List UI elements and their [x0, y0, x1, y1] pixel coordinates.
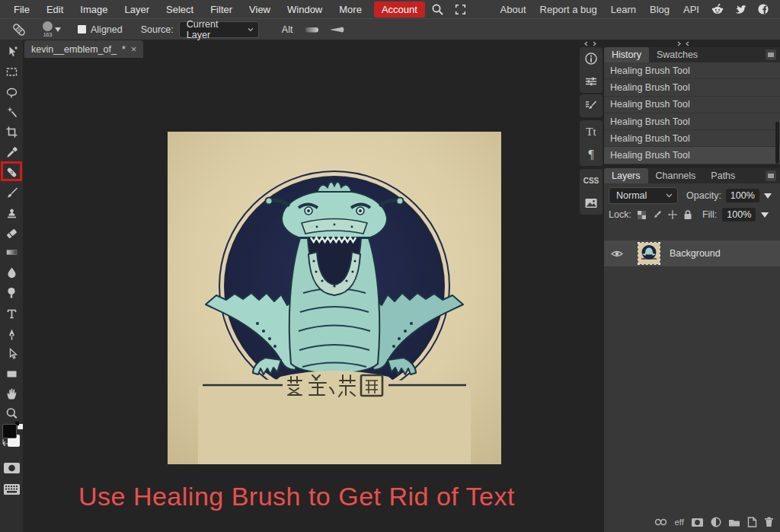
- facebook-icon[interactable]: [753, 3, 774, 15]
- quick-mask-button[interactable]: [1, 458, 22, 478]
- rectangle-select-tool[interactable]: [1, 62, 22, 81]
- dodge-tool[interactable]: [1, 282, 22, 302]
- tab-swatches[interactable]: Swatches: [649, 47, 705, 62]
- brush-tool[interactable]: [1, 183, 22, 202]
- menu-select[interactable]: Select: [158, 2, 201, 17]
- path-select-tool[interactable]: [1, 344, 22, 364]
- menu-window[interactable]: Window: [280, 2, 330, 17]
- tab-paths[interactable]: Paths: [703, 168, 743, 183]
- rectangle-shape-tool[interactable]: [1, 364, 22, 384]
- eraser-tool[interactable]: [1, 222, 22, 242]
- fill-slider-arrow[interactable]: [761, 212, 769, 218]
- chevron-down-icon: [666, 193, 673, 198]
- menu-view[interactable]: View: [241, 2, 278, 17]
- close-icon[interactable]: ×: [131, 43, 137, 55]
- panel-collapse-icon[interactable]: [676, 41, 690, 46]
- eyedropper-tool[interactable]: [1, 142, 22, 162]
- layer-effects-button[interactable]: eff: [674, 518, 684, 527]
- link-blog[interactable]: Blog: [644, 2, 676, 17]
- properties-panel-icon[interactable]: [580, 70, 603, 93]
- foreground-color-swatch[interactable]: [2, 424, 17, 438]
- menu-layer[interactable]: Layer: [117, 2, 158, 17]
- type-tool[interactable]: [1, 304, 22, 323]
- new-group-icon[interactable]: [728, 518, 740, 527]
- paragraph-panel-icon[interactable]: ¶: [580, 143, 603, 166]
- brush-size-preview[interactable]: 163: [43, 21, 53, 37]
- pen-tool[interactable]: [1, 324, 22, 344]
- lasso-tool[interactable]: [1, 82, 22, 102]
- strip-group-misc: CSS: [580, 169, 603, 215]
- clone-stamp-tool[interactable]: [1, 202, 22, 222]
- strip-collapse-icon[interactable]: [583, 41, 597, 46]
- delete-layer-icon[interactable]: [764, 517, 774, 527]
- lock-pixels-icon[interactable]: [652, 210, 662, 220]
- history-entry[interactable]: Healing Brush Tool: [604, 113, 780, 130]
- lock-position-icon[interactable]: [667, 209, 678, 220]
- tab-channels[interactable]: Channels: [648, 168, 704, 183]
- menu-edit[interactable]: Edit: [39, 2, 71, 17]
- history-menu-button[interactable]: [766, 49, 776, 60]
- account-button[interactable]: Account: [374, 2, 425, 18]
- layer-visibility-eye-icon[interactable]: [611, 250, 623, 258]
- aligned-label: Aligned: [91, 24, 123, 35]
- hand-tool[interactable]: [1, 384, 22, 403]
- menu-more[interactable]: More: [331, 2, 369, 17]
- aligned-checkbox[interactable]: [78, 25, 86, 33]
- canvas-document[interactable]: [168, 132, 501, 464]
- history-entry[interactable]: Healing Brush Tool: [604, 79, 780, 96]
- brush-pressure-size-toggle[interactable]: [300, 25, 324, 34]
- new-layer-icon[interactable]: [747, 517, 757, 527]
- twitter-icon[interactable]: [730, 3, 751, 15]
- gradient-tool[interactable]: [1, 242, 22, 262]
- menu-image[interactable]: Image: [72, 2, 115, 17]
- history-entry-current[interactable]: Healing Brush Tool: [604, 147, 780, 164]
- source-select[interactable]: Current Layer: [179, 21, 259, 38]
- history-entry[interactable]: Healing Brush Tool: [604, 62, 780, 79]
- link-about[interactable]: About: [494, 2, 532, 17]
- zoom-tool[interactable]: [1, 403, 22, 423]
- crop-tool[interactable]: [1, 122, 22, 142]
- layer-row-background[interactable]: Background: [604, 241, 780, 266]
- brush-settings-panel-icon[interactable]: [580, 94, 603, 117]
- link-learn[interactable]: Learn: [605, 2, 642, 17]
- add-mask-icon[interactable]: [691, 518, 704, 527]
- opacity-slider-arrow[interactable]: [764, 193, 772, 199]
- document-tab[interactable]: kevin__emblem_of_ * ×: [24, 40, 143, 58]
- history-entry[interactable]: Healing Brush Tool: [604, 97, 780, 113]
- swap-colors-icon[interactable]: [2, 438, 8, 447]
- link-report-a-bug[interactable]: Report a bug: [534, 2, 603, 17]
- opacity-value[interactable]: 100%: [726, 189, 759, 202]
- menu-filter[interactable]: Filter: [203, 2, 240, 17]
- document-modified-indicator: *: [122, 44, 126, 55]
- css-panel-icon[interactable]: CSS: [580, 169, 603, 192]
- link-api[interactable]: API: [677, 2, 705, 17]
- layers-menu-button[interactable]: [766, 170, 776, 181]
- history-scrollbar[interactable]: [775, 122, 779, 164]
- reddit-icon[interactable]: [707, 3, 728, 15]
- lock-transparency-icon[interactable]: [637, 210, 647, 220]
- tab-layers[interactable]: Layers: [604, 168, 648, 183]
- link-layers-icon[interactable]: [654, 518, 667, 526]
- image-panel-icon[interactable]: [580, 192, 603, 215]
- character-panel-icon[interactable]: Tt: [580, 120, 603, 143]
- lock-all-icon[interactable]: [683, 209, 692, 220]
- brush-dropdown-arrow[interactable]: [55, 27, 61, 32]
- brush-pressure-opacity-toggle[interactable]: [324, 25, 350, 34]
- fullscreen-icon[interactable]: [450, 4, 471, 15]
- layer-name: Background: [670, 248, 721, 259]
- blur-tool[interactable]: [1, 263, 22, 282]
- brush-size-value: 163: [43, 32, 53, 37]
- blend-mode-select[interactable]: Normal: [609, 187, 678, 204]
- tab-history[interactable]: History: [604, 47, 649, 62]
- menu-file[interactable]: File: [6, 2, 37, 17]
- strip-group-text: Tt ¶: [580, 120, 603, 166]
- search-icon[interactable]: [427, 3, 449, 16]
- move-tool[interactable]: [1, 42, 22, 62]
- layer-thumbnail[interactable]: [638, 242, 660, 265]
- adjustment-layer-icon[interactable]: [711, 517, 721, 527]
- fill-value[interactable]: 100%: [722, 208, 756, 221]
- magic-wand-tool[interactable]: [1, 102, 22, 122]
- history-entry[interactable]: Healing Brush Tool: [604, 130, 780, 147]
- info-panel-icon[interactable]: [580, 47, 603, 70]
- keyboard-shortcuts-button[interactable]: [1, 479, 22, 499]
